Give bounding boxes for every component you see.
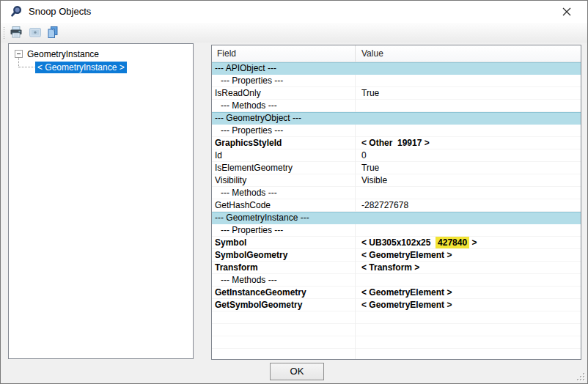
row-field: --- Properties --- <box>212 224 355 237</box>
row-field: --- GeometryObject --- <box>212 112 355 125</box>
object-tree-panel: GeometryInstance < GeometryInstance > <box>8 43 194 359</box>
row-value: < Transform > <box>356 262 581 274</box>
row-field: --- Methods --- <box>212 274 355 287</box>
table-row[interactable]: --- Methods --- <box>212 187 581 199</box>
close-button[interactable] <box>552 1 581 22</box>
tree-child-label[interactable]: < GeometryInstance > <box>35 62 127 73</box>
table-row[interactable]: GetInstanceGeometry < GeometryElement > <box>212 287 581 299</box>
app-logo-magnifier-icon <box>10 5 23 18</box>
row-field: --- Methods --- <box>212 100 355 112</box>
ok-button[interactable]: OK <box>270 363 324 380</box>
table-row[interactable]: --- Methods --- <box>212 274 581 287</box>
row-field: GetSymbolGeometry <box>212 299 355 311</box>
highlighted-value: 427840 <box>436 237 469 248</box>
row-value: True <box>356 87 581 100</box>
row-field: --- Methods --- <box>212 187 355 199</box>
table-row[interactable]: Symbol < UB305x102x25 427840 > <box>212 237 581 249</box>
table-row[interactable]: IsReadOnly True <box>212 87 581 100</box>
row-field: --- Properties --- <box>212 125 355 137</box>
row-field: Symbol <box>212 237 355 249</box>
column-header-field[interactable]: Field <box>217 48 236 59</box>
row-value: < GeometryElement > <box>356 249 581 262</box>
table-row[interactable]: --- Properties --- <box>212 75 581 87</box>
column-resize-handle[interactable] <box>355 45 356 62</box>
table-row[interactable]: Visibility Visible <box>212 174 581 187</box>
toolbar-grip[interactable] <box>3 26 5 39</box>
table-row[interactable]: Id 0 <box>212 149 581 162</box>
row-field: Visibility <box>212 174 355 187</box>
table-row[interactable]: --- GeometryInstance --- <box>212 212 581 224</box>
row-field: Id <box>212 149 355 162</box>
tree-node-child-selected[interactable]: < GeometryInstance > <box>35 61 127 73</box>
snoop-objects-dialog: Snoop Objects <box>0 0 588 384</box>
print-preview-icon[interactable] <box>29 26 42 39</box>
tree-node-root[interactable]: GeometryInstance <box>15 48 99 60</box>
row-value: True <box>356 162 581 174</box>
row-field: --- GeometryInstance --- <box>212 212 355 224</box>
row-field: --- APIObject --- <box>212 62 355 75</box>
column-header-value[interactable]: Value <box>361 48 383 59</box>
tree-connector <box>18 57 19 67</box>
table-row[interactable]: SymbolGeometry < GeometryElement > <box>212 249 581 262</box>
properties-list-panel: Field Value --- APIObject --- --- Proper… <box>211 45 581 360</box>
toolbar <box>1 23 587 43</box>
tree-connector <box>18 67 34 67</box>
table-row[interactable]: --- GeometryObject --- <box>212 112 581 125</box>
close-icon <box>562 7 571 16</box>
row-value: < GeometryElement > <box>356 299 581 311</box>
title-bar: Snoop Objects <box>1 1 587 23</box>
table-row[interactable]: --- APIObject --- <box>212 62 581 75</box>
row-value: < GeometryElement > <box>356 287 581 299</box>
row-field: GetHashCode <box>212 199 355 212</box>
row-value: < UB305x102x25 427840 > <box>356 237 581 249</box>
list-body: --- APIObject --- --- Properties --- IsR… <box>212 62 581 359</box>
table-row[interactable]: GetHashCode -282727678 <box>212 199 581 212</box>
table-row[interactable]: GraphicsStyleId < Other 19917 > <box>212 137 581 149</box>
row-field: IsElementGeometry <box>212 162 355 174</box>
row-field: GraphicsStyleId <box>212 137 355 149</box>
table-row[interactable]: Transform < Transform > <box>212 262 581 274</box>
row-field: IsReadOnly <box>212 87 355 100</box>
row-field: SymbolGeometry <box>212 249 355 262</box>
table-row[interactable]: --- Properties --- <box>212 125 581 137</box>
row-field: Transform <box>212 262 355 274</box>
table-row[interactable]: IsElementGeometry True <box>212 162 581 174</box>
row-value: 0 <box>356 149 581 162</box>
copy-icon[interactable] <box>46 26 59 39</box>
row-value: Visible <box>356 174 581 187</box>
print-icon[interactable] <box>10 26 23 39</box>
list-header: Field Value <box>212 45 581 62</box>
row-value: < Other 19917 > <box>356 137 581 149</box>
row-field: --- Properties --- <box>212 75 355 87</box>
table-row[interactable]: --- Properties --- <box>212 224 581 237</box>
row-value: -282727678 <box>356 199 581 212</box>
row-field: GetInstanceGeometry <box>212 287 355 299</box>
window-title: Snoop Objects <box>29 6 91 17</box>
resize-grip-icon[interactable] <box>576 372 584 380</box>
table-row[interactable]: --- Methods --- <box>212 100 581 112</box>
table-row[interactable]: GetSymbolGeometry < GeometryElement > <box>212 299 581 311</box>
tree-root-label[interactable]: GeometryInstance <box>27 49 99 59</box>
